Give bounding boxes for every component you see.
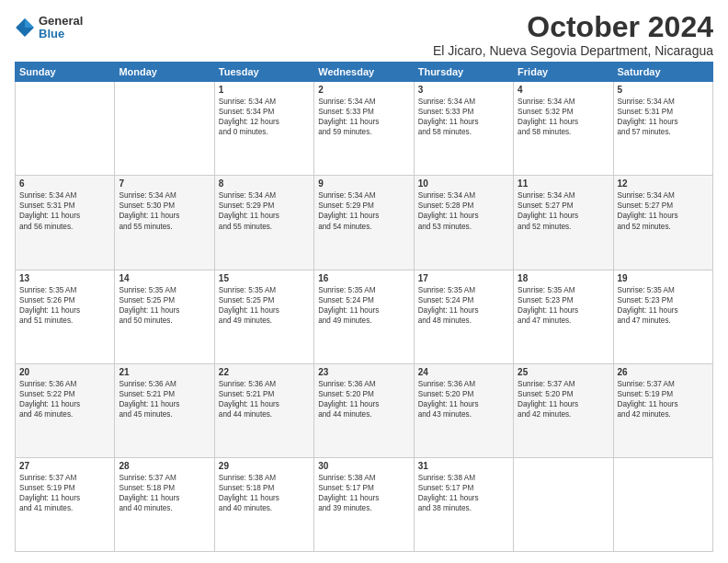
table-row: 30Sunrise: 5:38 AMSunset: 5:17 PMDayligh… <box>314 457 414 551</box>
table-row: 16Sunrise: 5:35 AMSunset: 5:24 PMDayligh… <box>314 270 414 363</box>
logo-general: General <box>39 15 83 28</box>
col-tuesday: Tuesday <box>214 63 313 82</box>
table-row: 27Sunrise: 5:37 AMSunset: 5:19 PMDayligh… <box>16 457 115 551</box>
table-row: 14Sunrise: 5:35 AMSunset: 5:25 PMDayligh… <box>115 270 214 363</box>
cell-content: Sunrise: 5:37 AMSunset: 5:20 PMDaylight:… <box>518 379 609 419</box>
month-title: October 2024 <box>433 11 713 43</box>
day-number: 31 <box>418 461 509 471</box>
table-row: 21Sunrise: 5:36 AMSunset: 5:21 PMDayligh… <box>115 363 214 457</box>
cell-content: Sunrise: 5:34 AMSunset: 5:33 PMDaylight:… <box>318 97 409 137</box>
day-number: 21 <box>119 367 210 377</box>
table-row: 10Sunrise: 5:34 AMSunset: 5:28 PMDayligh… <box>414 176 513 270</box>
table-row <box>115 82 214 176</box>
day-number: 1 <box>219 85 310 95</box>
table-row: 20Sunrise: 5:36 AMSunset: 5:22 PMDayligh… <box>16 363 115 457</box>
day-number: 19 <box>618 273 709 283</box>
table-row: 28Sunrise: 5:37 AMSunset: 5:18 PMDayligh… <box>115 457 214 551</box>
cell-content: Sunrise: 5:37 AMSunset: 5:19 PMDaylight:… <box>618 379 709 419</box>
cell-content: Sunrise: 5:35 AMSunset: 5:23 PMDaylight:… <box>618 285 709 326</box>
day-number: 17 <box>418 273 509 283</box>
table-row <box>16 82 115 176</box>
calendar-week-row: 20Sunrise: 5:36 AMSunset: 5:22 PMDayligh… <box>16 363 713 457</box>
logo-blue: Blue <box>39 28 83 40</box>
cell-content: Sunrise: 5:35 AMSunset: 5:24 PMDaylight:… <box>418 285 509 326</box>
cell-content: Sunrise: 5:34 AMSunset: 5:34 PMDaylight:… <box>219 97 310 137</box>
table-row <box>514 457 613 551</box>
cell-content: Sunrise: 5:38 AMSunset: 5:17 PMDaylight:… <box>418 473 509 513</box>
table-row: 7Sunrise: 5:34 AMSunset: 5:30 PMDaylight… <box>115 176 214 270</box>
calendar-header-row: Sunday Monday Tuesday Wednesday Thursday… <box>16 63 713 82</box>
table-row: 26Sunrise: 5:37 AMSunset: 5:19 PMDayligh… <box>613 363 712 457</box>
col-thursday: Thursday <box>414 63 513 82</box>
cell-content: Sunrise: 5:36 AMSunset: 5:20 PMDaylight:… <box>318 379 409 419</box>
calendar-week-row: 1Sunrise: 5:34 AMSunset: 5:34 PMDaylight… <box>16 82 713 176</box>
calendar-week-row: 13Sunrise: 5:35 AMSunset: 5:26 PMDayligh… <box>16 270 713 363</box>
table-row: 4Sunrise: 5:34 AMSunset: 5:32 PMDaylight… <box>514 82 613 176</box>
table-row: 15Sunrise: 5:35 AMSunset: 5:25 PMDayligh… <box>214 270 313 363</box>
day-number: 2 <box>318 85 409 95</box>
page: General Blue October 2024 El Jicaro, Nue… <box>0 0 728 563</box>
table-row: 2Sunrise: 5:34 AMSunset: 5:33 PMDaylight… <box>314 82 414 176</box>
cell-content: Sunrise: 5:36 AMSunset: 5:21 PMDaylight:… <box>219 379 310 419</box>
day-number: 24 <box>418 367 509 377</box>
logo-icon <box>15 17 35 38</box>
day-number: 8 <box>219 178 310 189</box>
cell-content: Sunrise: 5:36 AMSunset: 5:21 PMDaylight:… <box>119 379 210 419</box>
day-number: 6 <box>19 178 110 189</box>
table-row: 11Sunrise: 5:34 AMSunset: 5:27 PMDayligh… <box>514 176 613 270</box>
day-number: 15 <box>219 273 310 283</box>
day-number: 5 <box>618 85 709 95</box>
day-number: 30 <box>318 461 409 471</box>
header: General Blue October 2024 El Jicaro, Nue… <box>15 11 713 58</box>
cell-content: Sunrise: 5:36 AMSunset: 5:22 PMDaylight:… <box>19 379 110 419</box>
table-row: 17Sunrise: 5:35 AMSunset: 5:24 PMDayligh… <box>414 270 513 363</box>
day-number: 23 <box>318 367 409 377</box>
day-number: 26 <box>618 367 709 377</box>
table-row <box>613 457 712 551</box>
table-row: 1Sunrise: 5:34 AMSunset: 5:34 PMDaylight… <box>214 82 313 176</box>
day-number: 11 <box>518 178 609 189</box>
cell-content: Sunrise: 5:38 AMSunset: 5:17 PMDaylight:… <box>318 473 409 513</box>
table-row: 18Sunrise: 5:35 AMSunset: 5:23 PMDayligh… <box>514 270 613 363</box>
calendar-week-row: 6Sunrise: 5:34 AMSunset: 5:31 PMDaylight… <box>16 176 713 270</box>
cell-content: Sunrise: 5:34 AMSunset: 5:27 PMDaylight:… <box>618 190 709 231</box>
cell-content: Sunrise: 5:34 AMSunset: 5:31 PMDaylight:… <box>618 97 709 137</box>
table-row: 13Sunrise: 5:35 AMSunset: 5:26 PMDayligh… <box>16 270 115 363</box>
day-number: 12 <box>618 178 709 189</box>
location-title: El Jicaro, Nueva Segovia Department, Nic… <box>433 43 713 58</box>
col-friday: Friday <box>514 63 613 82</box>
cell-content: Sunrise: 5:34 AMSunset: 5:31 PMDaylight:… <box>19 190 110 231</box>
logo: General Blue <box>15 15 83 41</box>
table-row: 12Sunrise: 5:34 AMSunset: 5:27 PMDayligh… <box>613 176 712 270</box>
cell-content: Sunrise: 5:37 AMSunset: 5:19 PMDaylight:… <box>19 473 110 513</box>
table-row: 9Sunrise: 5:34 AMSunset: 5:29 PMDaylight… <box>314 176 414 270</box>
cell-content: Sunrise: 5:35 AMSunset: 5:24 PMDaylight:… <box>318 285 409 326</box>
cell-content: Sunrise: 5:35 AMSunset: 5:23 PMDaylight:… <box>518 285 609 326</box>
cell-content: Sunrise: 5:36 AMSunset: 5:20 PMDaylight:… <box>418 379 509 419</box>
logo-text: General Blue <box>39 15 83 41</box>
table-row: 5Sunrise: 5:34 AMSunset: 5:31 PMDaylight… <box>613 82 712 176</box>
day-number: 14 <box>119 273 210 283</box>
table-row: 29Sunrise: 5:38 AMSunset: 5:18 PMDayligh… <box>214 457 313 551</box>
col-saturday: Saturday <box>613 63 712 82</box>
table-row: 23Sunrise: 5:36 AMSunset: 5:20 PMDayligh… <box>314 363 414 457</box>
day-number: 25 <box>518 367 609 377</box>
table-row: 25Sunrise: 5:37 AMSunset: 5:20 PMDayligh… <box>514 363 613 457</box>
day-number: 20 <box>19 367 110 377</box>
day-number: 29 <box>219 461 310 471</box>
table-row: 8Sunrise: 5:34 AMSunset: 5:29 PMDaylight… <box>214 176 313 270</box>
cell-content: Sunrise: 5:34 AMSunset: 5:33 PMDaylight:… <box>418 97 509 137</box>
svg-marker-1 <box>25 18 34 28</box>
day-number: 13 <box>19 273 110 283</box>
col-wednesday: Wednesday <box>314 63 414 82</box>
day-number: 16 <box>318 273 409 283</box>
day-number: 22 <box>219 367 310 377</box>
cell-content: Sunrise: 5:35 AMSunset: 5:25 PMDaylight:… <box>219 285 310 326</box>
cell-content: Sunrise: 5:35 AMSunset: 5:26 PMDaylight:… <box>19 285 110 326</box>
cell-content: Sunrise: 5:34 AMSunset: 5:27 PMDaylight:… <box>518 190 609 231</box>
title-block: October 2024 El Jicaro, Nueva Segovia De… <box>433 11 713 58</box>
cell-content: Sunrise: 5:34 AMSunset: 5:29 PMDaylight:… <box>318 190 409 231</box>
day-number: 3 <box>418 85 509 95</box>
day-number: 4 <box>518 85 609 95</box>
day-number: 18 <box>518 273 609 283</box>
